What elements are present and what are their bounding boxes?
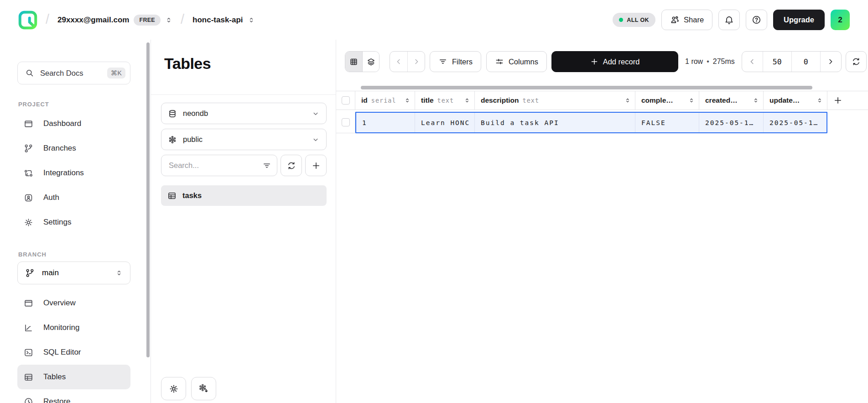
column-header[interactable]: description text bbox=[475, 91, 635, 110]
table-cell[interactable]: 2025-05-1… bbox=[699, 113, 764, 132]
schema-selector[interactable]: public bbox=[161, 129, 327, 150]
sort-icon[interactable] bbox=[464, 97, 470, 104]
filters-button[interactable]: Filters bbox=[430, 51, 481, 72]
account-breadcrumb[interactable]: 29xxxx@gmail.com FREE bbox=[57, 15, 172, 26]
forward-button[interactable] bbox=[407, 52, 425, 72]
sort-icon[interactable] bbox=[624, 97, 631, 104]
two-people-icon bbox=[670, 15, 680, 25]
data-grid-area: Filters Columns Add record 1 row • 275ms… bbox=[336, 40, 868, 403]
export-schema-button[interactable] bbox=[191, 377, 216, 400]
sidebar-item[interactable]: Branches bbox=[17, 136, 130, 161]
sidebar-item[interactable]: Settings bbox=[17, 210, 130, 235]
upgrade-button[interactable]: Upgrade bbox=[773, 10, 825, 30]
sidebar-item[interactable]: SQL Editor bbox=[17, 340, 130, 365]
table-list-item[interactable]: tasks bbox=[161, 185, 327, 206]
add-record-button[interactable]: Add record bbox=[551, 51, 678, 72]
top-bar: / 29xxxx@gmail.com FREE / honc-task-api … bbox=[0, 0, 868, 40]
query-stats: 1 row • 275ms bbox=[685, 58, 735, 66]
layers-view-button[interactable] bbox=[362, 52, 379, 72]
refresh-tables-button[interactable] bbox=[281, 155, 302, 176]
table-row[interactable]: 1 Learn HONC Build a task API FALSE 2025… bbox=[336, 112, 868, 133]
row-count: 1 row bbox=[685, 58, 703, 66]
column-header[interactable]: update… bbox=[764, 91, 827, 110]
branch-icon bbox=[25, 268, 35, 278]
column-header[interactable]: title text bbox=[415, 91, 475, 110]
monitoring-icon bbox=[24, 323, 33, 333]
search-docs-label: Search Docs bbox=[40, 69, 83, 78]
table-cell[interactable]: Learn HONC bbox=[415, 113, 475, 132]
branches-icon bbox=[24, 144, 33, 153]
column-header[interactable]: id serial bbox=[355, 91, 415, 110]
horizontal-scrollbar[interactable] bbox=[361, 86, 812, 89]
sidebar-item[interactable]: Overview bbox=[17, 291, 130, 315]
back-button[interactable] bbox=[390, 52, 407, 72]
gear-icon bbox=[169, 384, 179, 394]
pagination-control: 50 0 bbox=[742, 51, 842, 72]
page-offset-value[interactable]: 0 bbox=[791, 52, 820, 72]
status-badge[interactable]: ALL OK bbox=[613, 13, 655, 27]
sidebar-item[interactable]: Integrations bbox=[17, 161, 130, 185]
search-docs-input[interactable]: Search Docs ⌘K bbox=[17, 62, 130, 84]
table-list: tasks bbox=[161, 185, 327, 206]
sort-icon[interactable] bbox=[404, 97, 411, 104]
columns-button[interactable]: Columns bbox=[486, 51, 547, 72]
table-search-input[interactable]: Search... bbox=[161, 155, 277, 176]
view-mode-switch bbox=[345, 51, 379, 72]
help-button[interactable] bbox=[746, 10, 767, 30]
sql-editor-icon bbox=[24, 348, 33, 357]
sidebar-scrollbar[interactable] bbox=[146, 42, 150, 357]
table-view-button[interactable] bbox=[345, 52, 362, 72]
column-name: id bbox=[361, 96, 368, 105]
sliders-icon bbox=[495, 57, 504, 66]
next-page-button[interactable] bbox=[820, 52, 841, 72]
select-all-checkbox[interactable] bbox=[342, 96, 350, 105]
sort-icon[interactable] bbox=[688, 97, 695, 104]
sidebar-item[interactable]: Auth bbox=[17, 185, 130, 210]
row-checkbox-cell bbox=[336, 112, 355, 133]
sidebar-item[interactable]: Dashboard bbox=[17, 111, 130, 136]
column-header[interactable]: created… bbox=[699, 91, 764, 110]
project-breadcrumb[interactable]: honc-task-api bbox=[192, 16, 255, 25]
sidebar-item[interactable]: Restore bbox=[17, 389, 130, 403]
integrations-icon bbox=[24, 168, 33, 178]
add-table-button[interactable] bbox=[305, 155, 327, 176]
branch-selector[interactable]: main bbox=[17, 262, 130, 284]
plus-icon bbox=[590, 58, 598, 66]
page-size-value[interactable]: 50 bbox=[763, 52, 791, 72]
sort-icon[interactable] bbox=[816, 97, 823, 104]
notifications-button[interactable] bbox=[718, 10, 740, 30]
table-cell[interactable]: 1 bbox=[356, 113, 415, 132]
select-all-cell bbox=[336, 91, 355, 110]
prev-page-button[interactable] bbox=[742, 52, 763, 72]
refresh-grid-button[interactable] bbox=[846, 51, 867, 72]
row-checkbox[interactable] bbox=[342, 118, 350, 126]
credits-badge[interactable]: 2 bbox=[831, 10, 850, 30]
branch-name: main bbox=[42, 268, 59, 277]
sidebar-item-label: Settings bbox=[43, 218, 71, 227]
sidebar-item-label: Tables bbox=[43, 372, 66, 382]
column-type: text bbox=[437, 97, 454, 104]
tables-panel: Tables neondb public Search... bbox=[151, 40, 336, 403]
sidebar-item-label: Auth bbox=[43, 193, 59, 202]
table-cell[interactable]: FALSE bbox=[635, 113, 699, 132]
share-label: Share bbox=[684, 16, 704, 24]
bell-icon bbox=[724, 15, 734, 25]
sidebar-item-label: Restore bbox=[43, 397, 71, 403]
column-header[interactable]: comple… bbox=[635, 91, 699, 110]
filter-icon bbox=[262, 161, 271, 170]
sort-icon[interactable] bbox=[753, 97, 759, 104]
sidebar-item[interactable]: Monitoring bbox=[17, 315, 130, 340]
database-selector[interactable]: neondb bbox=[161, 103, 327, 124]
table-cell[interactable]: Build a task API bbox=[475, 113, 635, 132]
sidebar-item[interactable]: Tables bbox=[17, 365, 130, 389]
neon-logo-icon[interactable] bbox=[18, 10, 37, 30]
sidebar-item-label: Branches bbox=[43, 144, 76, 153]
share-button[interactable]: Share bbox=[661, 10, 712, 30]
add-column-button[interactable] bbox=[827, 91, 848, 110]
question-circle-icon bbox=[752, 15, 761, 25]
sidebar-item-label: SQL Editor bbox=[43, 348, 81, 357]
keyboard-shortcut-badge: ⌘K bbox=[107, 68, 125, 79]
table-cell[interactable]: 2025-05-1… bbox=[764, 113, 826, 132]
table-settings-button[interactable] bbox=[161, 377, 186, 400]
panel-title: Tables bbox=[164, 55, 327, 73]
